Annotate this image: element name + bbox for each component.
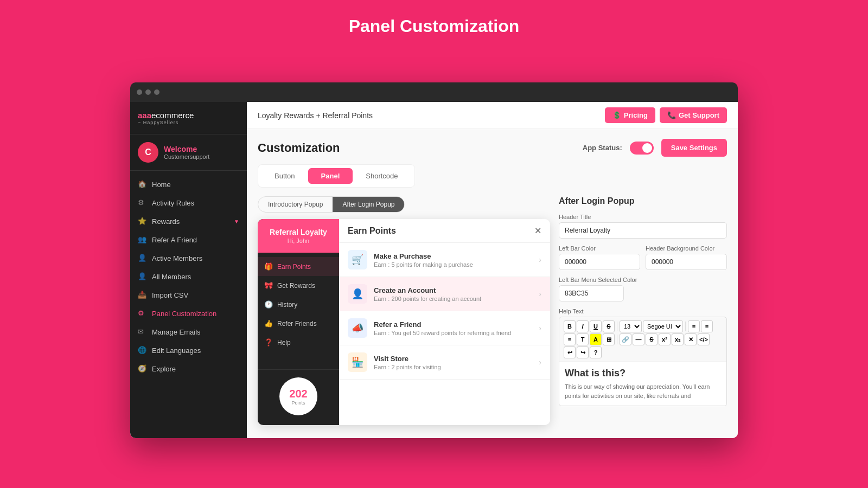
undo-button[interactable]: ↩ [564, 346, 576, 358]
remove-format-button[interactable]: ✕ [685, 333, 697, 345]
refer-friend-icon: 👥 [138, 235, 146, 244]
header-bg-color-label: Header Background Color [646, 245, 727, 252]
history-icon: 🕐 [264, 300, 273, 309]
browser-window: aaaecommerce ~ HappySellers C Welcome Cu… [130, 82, 738, 438]
help-text-group: Help Text B I U S 13111416 [559, 308, 727, 406]
editor-text: This is our way of showing our appreciat… [565, 382, 721, 400]
link-button[interactable]: 🔗 [620, 333, 631, 345]
sidebar-item-panel-customization[interactable]: ⚙ Panel Customization [130, 304, 247, 323]
sidebar-item-active-members[interactable]: 👤 Active Members [130, 249, 247, 267]
sidebar-item-label: Panel Customization [152, 310, 216, 318]
tab-panel[interactable]: Panel [308, 168, 353, 184]
sidebar-item-label: Edit Languages [152, 346, 201, 355]
user-info: Welcome Customersupport [164, 145, 209, 160]
panel-item-info: Create an Account Earn : 200 points for … [374, 286, 532, 302]
points-label: Points [291, 400, 305, 406]
item-title-make-purchase: Make a Purchase [374, 252, 532, 260]
panel-menu-get-rewards[interactable]: 🎀 Get Rewards [258, 276, 339, 295]
superscript-button[interactable]: x² [659, 333, 671, 345]
panel-menu-earn-points[interactable]: 🎁 Earn Points [258, 257, 339, 276]
import-csv-icon: 📥 [138, 291, 146, 299]
unordered-list-button[interactable]: ≡ [688, 320, 700, 332]
save-settings-button[interactable]: Save Settings [661, 139, 727, 157]
introductory-popup-tab[interactable]: Introductory Popup [258, 197, 333, 212]
sidebar-item-refer-friend[interactable]: 👥 Refer A Friend [130, 230, 247, 249]
tab-shortcode[interactable]: Shortcode [353, 168, 411, 184]
tab-button[interactable]: Button [261, 168, 308, 184]
font-family-select[interactable]: Segoe UIArial [643, 320, 683, 332]
sidebar-item-all-members[interactable]: 👤 All Members [130, 267, 247, 286]
code-button[interactable]: </> [698, 333, 710, 345]
panel-points: 202 Points [258, 369, 339, 425]
ordered-list-button[interactable]: ≡ [701, 320, 713, 332]
explore-icon: 🧭 [138, 364, 146, 373]
pricing-button[interactable]: 💲 Pricing [605, 107, 655, 123]
table-button[interactable]: ⊞ [603, 333, 615, 345]
left-bar-color-input[interactable] [559, 254, 640, 270]
highlight-button[interactable]: A [590, 333, 602, 345]
sidebar-item-home[interactable]: 🏠 Home [130, 175, 247, 194]
header-title-input[interactable] [559, 222, 727, 239]
help-editor-button[interactable]: ? [590, 346, 602, 358]
header-bg-color-input[interactable] [646, 254, 727, 270]
help-icon: ❓ [264, 338, 273, 346]
hr-button[interactable]: — [633, 333, 644, 345]
font-size-select[interactable]: 13111416 [620, 320, 642, 332]
panel-main: Earn Points ✕ 🛒 Make a Purchase [339, 219, 550, 425]
sidebar-item-rewards[interactable]: ⭐ Rewards ▼ [130, 212, 247, 230]
panel-menu-help[interactable]: ❓ Help [258, 333, 339, 352]
panel-header: Referral Loyalty Hi, John [258, 219, 339, 253]
align-button[interactable]: ≡ [564, 333, 576, 345]
sidebar-item-activity-rules[interactable]: ⚙ Activity Rules [130, 194, 247, 212]
popup-toggle: Introductory Popup After Login Popup [258, 196, 405, 213]
panel-item-visit-store[interactable]: 🏪 Visit Store Earn : 2 points for visiti… [339, 345, 550, 380]
sidebar-item-import-csv[interactable]: 📥 Import CSV [130, 286, 247, 304]
sidebar-logo: aaaecommerce ~ HappySellers [130, 102, 247, 134]
sidebar-item-explore[interactable]: 🧭 Explore [130, 359, 247, 378]
redo-button[interactable]: ↪ [577, 346, 589, 358]
toolbar-sep-1 [617, 322, 617, 331]
all-members-icon: 👤 [138, 272, 146, 281]
get-rewards-icon: 🎀 [264, 281, 273, 290]
app-status-toggle[interactable] [630, 142, 654, 155]
sidebar-item-manage-emails[interactable]: ✉ Manage Emails [130, 323, 247, 341]
panel-item-create-account[interactable]: 👤 Create an Account Earn : 200 points fo… [339, 277, 550, 311]
logo-text: aaaecommerce [138, 111, 239, 120]
user-sub: Customersupport [164, 153, 209, 160]
sidebar-item-edit-languages[interactable]: 🌐 Edit Languages [130, 341, 247, 359]
sidebar-item-label: Activity Rules [152, 199, 194, 207]
panel-menu-refer-friends[interactable]: 👍 Refer Friends [258, 314, 339, 333]
bold-button[interactable]: B [564, 320, 576, 332]
right-panel-title: After Login Popup [559, 196, 727, 206]
panel-item-make-purchase[interactable]: 🛒 Make a Purchase Earn : 5 points for ma… [339, 243, 550, 277]
edit-languages-icon: 🌐 [138, 346, 146, 355]
underline-button[interactable]: U [590, 320, 602, 332]
subscript-button[interactable]: x₂ [672, 333, 684, 345]
panel-customization-icon: ⚙ [138, 309, 146, 318]
text-format-button[interactable]: T [577, 333, 589, 345]
sidebar-nav: 🏠 Home ⚙ Activity Rules ⭐ Rewards ▼ 👥 Re… [130, 171, 247, 438]
colors-row: Left Bar Color Header Background Color [559, 245, 727, 270]
browser-dot-2 [145, 89, 151, 95]
strikethrough-button[interactable]: S [603, 320, 615, 332]
purchase-icon: 🛒 [348, 250, 367, 269]
sidebar-user: C Welcome Customersupport [130, 134, 247, 171]
italic-button[interactable]: I [577, 320, 589, 332]
sidebar-item-label: Home [152, 181, 171, 189]
panel-menu-history[interactable]: 🕐 History [258, 295, 339, 314]
support-button[interactable]: 📞 Get Support [660, 107, 727, 123]
chevron-right-icon: › [539, 255, 541, 264]
after-login-popup-tab[interactable]: After Login Popup [333, 197, 404, 212]
panel-item-info: Refer a Friend Earn : You get 50 reward … [374, 320, 532, 336]
close-icon[interactable]: ✕ [534, 226, 541, 236]
content-area: Customization App Status: Save Settings … [247, 129, 738, 438]
editor-body[interactable]: What is this? This is our way of showing… [559, 362, 727, 406]
panel-preview: Introductory Popup After Login Popup Ref… [258, 196, 550, 425]
left-bar-menu-input[interactable] [559, 285, 624, 301]
strikethrough2-button[interactable]: S [646, 333, 658, 345]
pricing-icon: 💲 [612, 111, 621, 119]
left-bar-color-col: Left Bar Color [559, 245, 640, 270]
panel-item-refer-friend[interactable]: 📣 Refer a Friend Earn : You get 50 rewar… [339, 311, 550, 345]
sidebar-item-label: Active Members [152, 254, 202, 262]
refer-icon: 📣 [348, 318, 367, 338]
